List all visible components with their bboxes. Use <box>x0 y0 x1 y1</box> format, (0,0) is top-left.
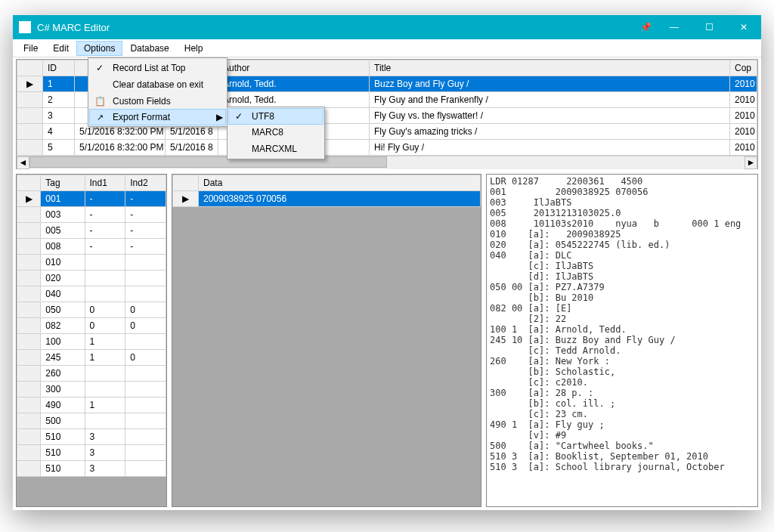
menu-options[interactable]: Options <box>76 41 122 56</box>
menu-item-label: Record List at Top <box>110 63 225 73</box>
tags-grid[interactable]: Tag Ind1 Ind2 ▶001--003--005--008--01002… <box>16 174 167 507</box>
menu-database[interactable]: Database <box>122 41 176 56</box>
table-row[interactable]: 5103 <box>17 445 166 461</box>
table-row[interactable]: 500 <box>17 413 166 429</box>
raw-marc-panel[interactable]: LDR 01287 2200361 4500 001 2009038925 07… <box>486 174 758 507</box>
submenu-item-label: UTF8 <box>249 111 323 122</box>
submenu-item-marc8[interactable]: MARC8 <box>229 124 323 141</box>
table-row[interactable]: ▶2009038925 070056 <box>173 191 481 207</box>
menu-item-label: Export Format <box>110 112 213 122</box>
menu-file[interactable]: File <box>16 41 45 56</box>
minimize-button[interactable]: — <box>657 15 692 39</box>
table-row[interactable]: 300 <box>17 382 166 397</box>
col-copies[interactable]: Cop <box>730 60 757 76</box>
submenu-item-utf8[interactable]: UTF8 <box>228 108 324 125</box>
col-title[interactable]: Title <box>370 60 730 76</box>
row-header-blank <box>17 60 43 76</box>
menu-edit[interactable]: Edit <box>45 41 76 56</box>
table-row[interactable]: 010 <box>17 255 166 271</box>
table-row[interactable]: 020 <box>17 271 166 286</box>
menu-item-export-format[interactable]: ↗Export Format▶ <box>89 109 226 125</box>
table-row[interactable]: 003-- <box>17 207 166 223</box>
maximize-button[interactable]: ☐ <box>692 15 726 39</box>
options-dropdown: Record List at TopClear database on exit… <box>88 57 228 127</box>
submenu-item-label: MARC8 <box>249 127 323 138</box>
table-row[interactable]: 24510 <box>17 350 166 366</box>
submenu-item-label: MARCXML <box>249 144 323 154</box>
check-icon <box>235 111 243 122</box>
table-row[interactable]: 040 <box>17 286 166 302</box>
check-icon <box>96 63 104 73</box>
pin-icon[interactable]: 📌 <box>634 22 657 32</box>
submenu-item-marcxml[interactable]: MARCXML <box>229 141 323 157</box>
table-row[interactable]: 5103 <box>17 461 166 477</box>
submenu-arrow-icon: ▶ <box>213 112 225 122</box>
table-row[interactable]: ▶001-- <box>17 191 166 207</box>
table-row[interactable]: 260 <box>17 366 166 382</box>
menu-item-record-list-at-top[interactable]: Record List at Top <box>90 60 225 76</box>
table-row[interactable]: 4901 <box>17 397 166 413</box>
menu-item-clear-database-on-exit[interactable]: Clear database on exit <box>90 76 225 93</box>
menu-bar: File Edit Options Database Help <box>13 39 761 57</box>
menu-item-label: Clear database on exit <box>110 79 225 90</box>
table-row[interactable]: 5103 <box>17 429 166 445</box>
col-ind1[interactable]: Ind1 <box>85 175 125 191</box>
raw-marc-text: LDR 01287 2200361 4500 001 2009038925 07… <box>490 176 754 472</box>
table-row[interactable]: 08200 <box>17 318 166 334</box>
menu-item-custom-fields[interactable]: 📋Custom Fields <box>90 93 225 110</box>
title-bar: C# MARC Editor 📌 — ☐ ✕ <box>13 15 761 39</box>
col-ind2[interactable]: Ind2 <box>125 175 166 191</box>
table-row[interactable]: 008-- <box>17 239 166 255</box>
app-icon <box>19 21 31 33</box>
menu-help[interactable]: Help <box>177 41 211 56</box>
table-row[interactable]: 005-- <box>17 223 166 239</box>
table-row[interactable]: 55/1/2016 8:32:00 PM5/1/2016 8Hi! Fly Gu… <box>17 140 757 156</box>
col-id[interactable]: ID <box>43 60 75 76</box>
col-tag[interactable]: Tag <box>41 175 85 191</box>
window-title: C# MARC Editor <box>37 22 634 33</box>
records-hscrollbar[interactable]: ◄ ► <box>17 156 757 169</box>
export-icon: ↗ <box>97 113 104 122</box>
table-row[interactable]: 1001 <box>17 334 166 350</box>
col-data[interactable]: Data <box>199 175 481 191</box>
table-row[interactable]: 05000 <box>17 302 166 318</box>
scroll-right-icon[interactable]: ► <box>745 156 757 169</box>
export-format-submenu: UTF8MARC8MARCXML <box>227 107 325 159</box>
scroll-left-icon[interactable]: ◄ <box>17 156 29 169</box>
fields-icon: 📋 <box>94 96 106 107</box>
data-grid[interactable]: Data ▶2009038925 070056 <box>172 174 481 507</box>
menu-item-label: Custom Fields <box>110 96 225 107</box>
close-button[interactable]: ✕ <box>726 15 761 39</box>
col-author[interactable]: Author <box>218 60 370 76</box>
